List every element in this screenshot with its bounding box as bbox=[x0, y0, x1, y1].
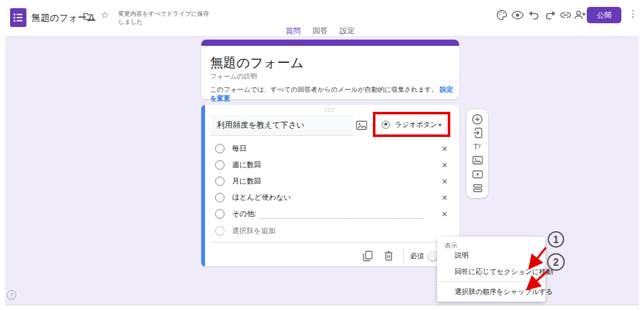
undo-icon[interactable] bbox=[527, 8, 541, 22]
add-question-icon[interactable] bbox=[470, 114, 484, 125]
menu-divider bbox=[437, 281, 545, 282]
radio-circle-icon bbox=[215, 160, 225, 170]
preview-eye-icon[interactable] bbox=[511, 8, 525, 22]
email-collect-notice: このフォームでは、すべての回答者からのメールが自動的に収集されます。 設定を変更 bbox=[210, 85, 459, 103]
tab-settings[interactable]: 設定 bbox=[338, 23, 356, 43]
import-questions-icon[interactable] bbox=[470, 128, 484, 139]
form-description[interactable]: フォームの説明 bbox=[210, 72, 257, 81]
google-forms-editor: 無題のフォーム ☆ 変更内容をすべてドライブに保存 しました bbox=[0, 0, 644, 311]
add-video-icon[interactable] bbox=[470, 168, 484, 180]
active-card-accent bbox=[201, 105, 205, 266]
radio-circle-icon bbox=[215, 209, 225, 219]
option-label[interactable]: ほとんど使わない bbox=[232, 193, 291, 202]
other-text-input[interactable] bbox=[260, 209, 424, 219]
footer-separator bbox=[403, 249, 404, 262]
add-image-icon[interactable] bbox=[354, 118, 369, 132]
insert-toolbar: TT bbox=[467, 109, 488, 198]
option-row: ほとんど使わない ✕ bbox=[211, 190, 449, 205]
radio-circle-icon bbox=[215, 193, 225, 202]
option-row: 毎日 ✕ bbox=[211, 141, 449, 156]
option-label[interactable]: 週に数回 bbox=[232, 160, 261, 170]
radio-circle-icon bbox=[215, 177, 225, 186]
redo-icon[interactable] bbox=[543, 8, 557, 22]
help-icon[interactable]: ? bbox=[7, 290, 16, 300]
form-title[interactable]: 無題のフォーム bbox=[210, 54, 304, 72]
editor-tabs: 質問 回答 設定 bbox=[284, 23, 356, 43]
form-title-card[interactable]: 無題のフォーム フォームの説明 このフォームでは、すべての回答者からのメールが自… bbox=[201, 40, 459, 99]
add-image-tool-icon[interactable] bbox=[470, 155, 484, 166]
collect-notice-text: このフォームでは、すべての回答者からのメールが自動的に収集されます。 bbox=[210, 85, 438, 93]
show-options-menu: 表示 説明 回答に応じてセクションに移動 選択肢の順序をシャッフルする bbox=[437, 237, 545, 302]
add-option-label[interactable]: 選択肢を追加 bbox=[232, 226, 275, 236]
question-type-dropdown[interactable]: ラジオボタン ▾ bbox=[376, 115, 447, 134]
question-footer: 必須 bbox=[355, 248, 449, 264]
question-card[interactable]: 利用頻度を教えて下さい ラジオボタン ▾ 毎日 ✕ 週に数回 ✕ 月に数回 bbox=[201, 105, 459, 266]
other-option-label[interactable]: その他: bbox=[232, 209, 256, 219]
copy-link-icon[interactable] bbox=[558, 8, 572, 22]
remove-option-icon[interactable]: ✕ bbox=[440, 143, 449, 155]
add-option-row: 選択肢を追加 bbox=[211, 223, 449, 239]
tab-questions[interactable]: 質問 bbox=[284, 23, 302, 43]
more-options-icon[interactable]: ⋮ bbox=[628, 8, 638, 19]
star-icon[interactable]: ☆ bbox=[101, 9, 109, 21]
question-type-label: ラジオボタン bbox=[395, 120, 438, 129]
add-collaborator-icon[interactable] bbox=[573, 8, 587, 22]
move-folder-icon[interactable] bbox=[83, 11, 94, 23]
forms-logo-icon[interactable] bbox=[10, 8, 26, 27]
drag-handle-icon[interactable] bbox=[325, 108, 335, 113]
menu-item-shuffle-options[interactable]: 選択肢の順序をシャッフルする bbox=[455, 287, 553, 297]
radio-circle-icon bbox=[215, 226, 225, 236]
remove-option-icon[interactable]: ✕ bbox=[440, 160, 449, 171]
radio-circle-icon bbox=[215, 144, 225, 153]
radio-button-icon bbox=[382, 121, 390, 129]
option-row-other: その他: ✕ bbox=[211, 206, 449, 222]
tab-responses[interactable]: 回答 bbox=[311, 23, 329, 43]
question-title-input[interactable]: 利用頻度を教えて下さい bbox=[211, 115, 353, 136]
remove-option-icon[interactable]: ✕ bbox=[440, 192, 449, 204]
menu-item-goto-section[interactable]: 回答に応じてセクションに移動 bbox=[455, 267, 553, 276]
card-footer-divider bbox=[211, 242, 450, 243]
menu-item-description[interactable]: 説明 bbox=[455, 251, 469, 260]
add-section-icon[interactable] bbox=[470, 182, 484, 194]
chevron-down-icon: ▾ bbox=[438, 121, 441, 128]
option-label[interactable]: 毎日 bbox=[232, 144, 247, 153]
option-row: 月に数回 ✕ bbox=[211, 173, 449, 189]
add-title-text-icon[interactable]: TT bbox=[470, 141, 484, 153]
required-label: 必須 bbox=[410, 251, 424, 261]
menu-header: 表示 bbox=[445, 241, 457, 250]
publish-button[interactable]: 公開 bbox=[587, 7, 621, 23]
option-label[interactable]: 月に数回 bbox=[232, 177, 261, 186]
option-row: 週に数回 ✕ bbox=[211, 157, 449, 173]
remove-option-icon[interactable]: ✕ bbox=[440, 176, 449, 187]
theme-palette-icon[interactable] bbox=[495, 8, 509, 22]
delete-icon[interactable] bbox=[380, 249, 397, 263]
save-status: 変更内容をすべてドライブに保存 しました bbox=[118, 10, 209, 26]
remove-option-icon[interactable]: ✕ bbox=[440, 209, 449, 220]
duplicate-icon[interactable] bbox=[360, 249, 376, 263]
